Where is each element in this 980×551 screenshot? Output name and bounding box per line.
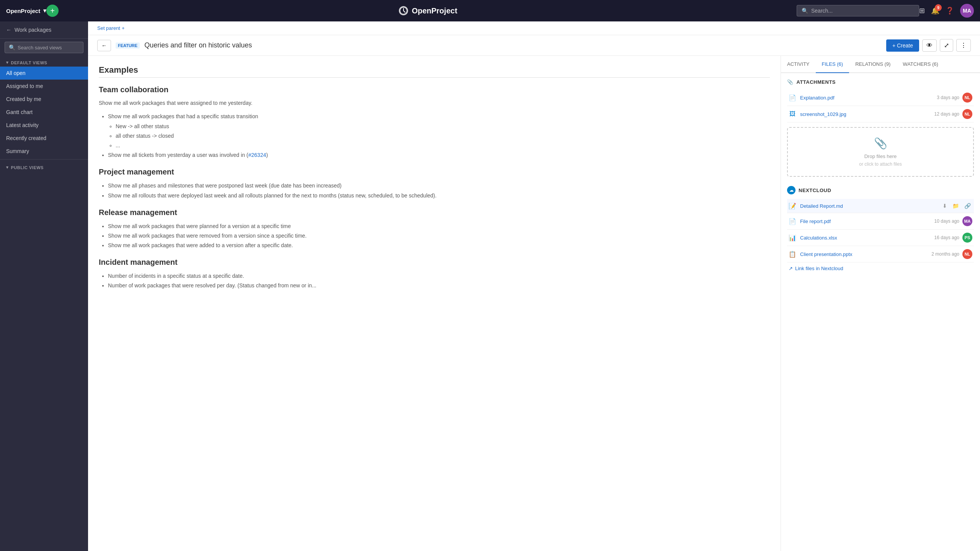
search-icon: 🔍: [802, 8, 808, 14]
attachment-item: 🖼 screenshot_1029.jpg 12 days ago NL: [787, 106, 974, 122]
tab-relations[interactable]: RELATIONS (9): [849, 56, 897, 73]
list-item: Number of incidents in a specific status…: [108, 271, 770, 281]
sidebar-item-summary[interactable]: Summary: [0, 145, 88, 158]
create-btn-label: + Create: [892, 42, 913, 49]
drop-zone-subtext: or click to attach files: [859, 161, 902, 167]
back-arrow-icon: ←: [101, 42, 107, 49]
right-panel: ACTIVITY FILES (6) RELATIONS (9) WATCHER…: [781, 56, 980, 551]
ticket-link[interactable]: #26324: [248, 152, 266, 158]
folder-icon[interactable]: 📁: [951, 202, 960, 210]
file-time: 10 days ago: [934, 218, 959, 224]
tab-watchers[interactable]: WATCHERS (6): [897, 56, 944, 73]
sidebar-item-gantt-chart[interactable]: Gantt chart: [0, 106, 88, 119]
wp-title: Queries and filter on historic values: [144, 41, 882, 49]
incident-list: Number of incidents in a specific status…: [99, 271, 770, 290]
section-text-team: Show me all work packages that were assi…: [99, 99, 770, 107]
section-heading-incident: Incident management: [99, 258, 770, 267]
file-meta: 2 months ago NL: [931, 249, 972, 259]
global-search[interactable]: 🔍: [797, 5, 919, 16]
sidebar-item-latest-activity[interactable]: Latest activity: [0, 119, 88, 132]
file-name-link[interactable]: Detailed Report.md: [800, 203, 937, 209]
list-item: Show me all phases and milestones that w…: [108, 181, 770, 191]
collapse-icon: ▾: [6, 165, 9, 170]
team-list: Show me all work packages that had a spe…: [99, 112, 770, 160]
file-name-link[interactable]: Explanation.pdf: [800, 95, 933, 101]
presentation-icon: 📋: [789, 250, 796, 258]
expand-icon: ⤢: [944, 42, 949, 49]
nextcloud-section: ☁ NEXTCLOUD 📝 Detailed Report.md ⬇ 📁 🔗: [787, 186, 974, 274]
file-time: 3 days ago: [937, 95, 959, 100]
notifications-button[interactable]: 🔔 9: [931, 7, 939, 15]
sidebar-item-label: Gantt chart: [6, 109, 33, 115]
sidebar-divider: [0, 159, 88, 160]
add-button[interactable]: +: [46, 5, 59, 17]
tab-activity-label: ACTIVITY: [787, 61, 810, 67]
wp-header: ← FEATURE Queries and filter on historic…: [88, 35, 980, 56]
attachment-item: 📄 Explanation.pdf 3 days ago NL: [787, 90, 974, 106]
list-item: Show me all work packages that were remo…: [108, 231, 770, 241]
file-time: 16 days ago: [934, 235, 959, 240]
collapse-icon: ▾: [6, 60, 9, 65]
eye-icon: 👁: [926, 42, 933, 49]
file-actions: ⬇ 📁 🔗: [941, 202, 972, 210]
sidebar-search-input[interactable]: [18, 45, 79, 51]
nextcloud-file-item: 📝 Detailed Report.md ⬇ 📁 🔗: [787, 199, 974, 213]
help-icon[interactable]: ❓: [946, 7, 954, 15]
file-name-link[interactable]: File report.pdf: [800, 218, 931, 224]
list-item: Show me all tickets from yesterday a use…: [108, 150, 770, 160]
default-views-header[interactable]: ▾ DEFAULT VIEWS: [0, 56, 88, 67]
left-panel: Examples Team collaboration Show me all …: [88, 56, 781, 551]
unlink-icon[interactable]: 🔗: [963, 202, 972, 210]
sidebar-back-button[interactable]: ← Work packages: [0, 21, 88, 39]
back-arrow-icon: ←: [6, 27, 11, 33]
set-parent-text: Set parent: [97, 25, 120, 31]
sidebar-item-all-open[interactable]: All open: [0, 67, 88, 80]
sidebar-item-label: Created by me: [6, 96, 41, 102]
view-button[interactable]: 👁: [922, 39, 937, 52]
attachments-section: 📎 ATTACHMENTS 📄 Explanation.pdf 3 days a…: [787, 79, 974, 177]
logo-icon: [398, 5, 409, 16]
set-parent-link[interactable]: Set parent +: [97, 25, 125, 31]
sidebar-item-assigned-to-me[interactable]: Assigned to me: [0, 80, 88, 93]
project-name: OpenProject: [6, 8, 40, 14]
link-nextcloud-label: Link files in Nextcloud: [795, 266, 843, 271]
wp-back-button[interactable]: ←: [97, 40, 111, 51]
grid-icon[interactable]: ⊞: [919, 7, 925, 15]
sidebar-item-recently-created[interactable]: Recently created: [0, 132, 88, 145]
file-name-link[interactable]: screenshot_1029.jpg: [800, 111, 931, 117]
sidebar-item-created-by-me[interactable]: Created by me: [0, 93, 88, 106]
expand-button[interactable]: ⤢: [940, 39, 953, 52]
file-meta: 3 days ago NL: [937, 93, 972, 103]
list-item: ...: [116, 141, 770, 150]
project-selector[interactable]: OpenProject ▾: [6, 7, 46, 14]
sidebar: ← Work packages 🔍 ▾ DEFAULT VIEWS All op…: [0, 21, 88, 551]
download-icon[interactable]: ⬇: [941, 202, 949, 210]
list-item: Show me all work packages that were adde…: [108, 241, 770, 250]
link-nextcloud-button[interactable]: ↗ Link files in Nextcloud: [787, 262, 974, 274]
sidebar-item-label: Summary: [6, 148, 29, 154]
drop-zone[interactable]: 📎 Drop files here or click to attach fil…: [787, 127, 974, 177]
file-name-link[interactable]: Calculations.xlsx: [800, 235, 931, 241]
public-views-label: PUBLIC VIEWS: [11, 165, 44, 170]
user-avatar[interactable]: MA: [960, 4, 974, 18]
public-views-header[interactable]: ▾ PUBLIC VIEWS: [0, 161, 88, 171]
project-chevron: ▾: [43, 7, 46, 14]
list-item: New -> all other status: [116, 122, 770, 131]
file-meta: 10 days ago MA: [934, 216, 972, 226]
breadcrumb: Set parent +: [88, 21, 980, 35]
tab-relations-label: RELATIONS (9): [855, 61, 890, 67]
sidebar-search[interactable]: 🔍: [5, 42, 83, 53]
search-input[interactable]: [811, 8, 914, 14]
file-meta: 12 days ago NL: [934, 109, 972, 119]
file-author-avatar: PS: [962, 233, 972, 243]
more-button[interactable]: ⋮: [956, 39, 971, 52]
sidebar-item-label: Assigned to me: [6, 83, 43, 89]
set-parent-plus: +: [122, 25, 125, 31]
tab-files[interactable]: FILES (6): [816, 56, 849, 73]
image-icon: 🖼: [789, 110, 796, 118]
content-area: Set parent + ← FEATURE Queries and filte…: [88, 21, 980, 551]
main-section-title: Examples: [99, 65, 770, 75]
file-name-link[interactable]: Client presentation.pptx: [800, 251, 928, 257]
create-button[interactable]: + Create: [886, 39, 919, 52]
tab-activity[interactable]: ACTIVITY: [781, 56, 816, 73]
